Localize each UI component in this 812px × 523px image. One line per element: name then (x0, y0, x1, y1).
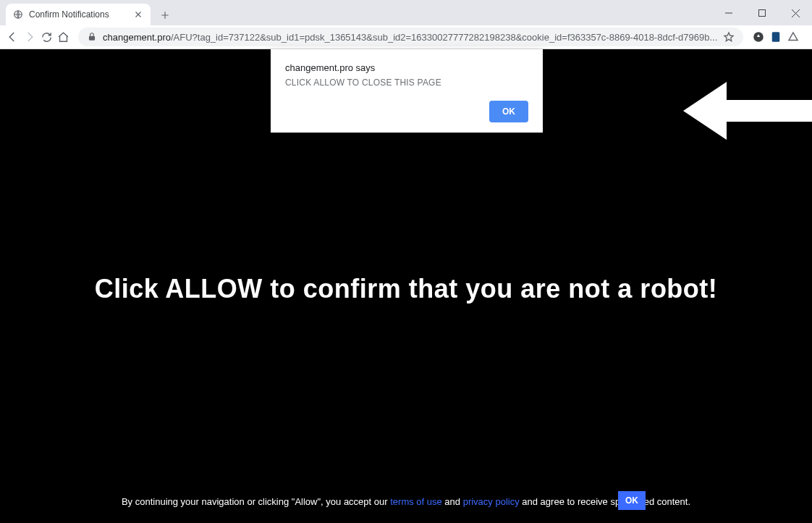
lock-icon (87, 32, 97, 42)
extension-icon-1[interactable] (752, 28, 765, 46)
tab-strip: Confirm Notifications (0, 0, 175, 25)
svg-rect-2 (89, 36, 95, 41)
arrow-right-icon (683, 71, 812, 154)
svg-rect-4 (772, 32, 780, 42)
alert-ok-button[interactable]: OK (489, 101, 528, 122)
footer-disclaimer: By continuing your navigation or clickin… (0, 495, 812, 509)
back-button[interactable] (6, 28, 19, 46)
maximize-button[interactable] (745, 4, 779, 22)
url-text: changement.pro/AFU?tag_id=737122&sub_id1… (103, 32, 717, 43)
minimize-button[interactable] (712, 4, 745, 22)
alert-origin: changement.pro says (285, 62, 528, 73)
tab-title: Confirm Notifications (29, 9, 127, 20)
page-headline: Click ALLOW to confirm that you are not … (0, 274, 812, 304)
browser-tab[interactable]: Confirm Notifications (6, 4, 151, 25)
extension-icon-2[interactable] (769, 28, 782, 46)
new-tab-button[interactable] (155, 5, 175, 25)
address-bar[interactable]: changement.pro/AFU?tag_id=737122&sub_id1… (78, 28, 743, 46)
reload-button[interactable] (41, 28, 53, 46)
close-icon[interactable] (133, 9, 143, 20)
globe-icon (13, 9, 23, 20)
extension-icon-3[interactable] (787, 28, 800, 46)
forward-button[interactable] (23, 28, 36, 46)
star-icon[interactable] (723, 31, 735, 43)
close-window-button[interactable] (779, 4, 812, 22)
alert-message: CLICK ALLOW TO CLOSE THIS PAGE (285, 78, 528, 88)
terms-link[interactable]: terms of use (390, 496, 442, 507)
window-controls (712, 0, 812, 25)
home-button[interactable] (57, 28, 69, 46)
page-content: changement.pro says CLICK ALLOW TO CLOSE… (0, 49, 812, 523)
page-ok-button[interactable]: OK (618, 491, 646, 510)
titlebar: Confirm Notifications (0, 0, 812, 25)
browser-toolbar: changement.pro/AFU?tag_id=737122&sub_id1… (0, 25, 812, 49)
privacy-link[interactable]: privacy policy (463, 496, 520, 507)
svg-rect-1 (759, 10, 766, 17)
svg-marker-10 (683, 82, 812, 140)
javascript-alert-dialog: changement.pro says CLICK ALLOW TO CLOSE… (271, 49, 543, 133)
